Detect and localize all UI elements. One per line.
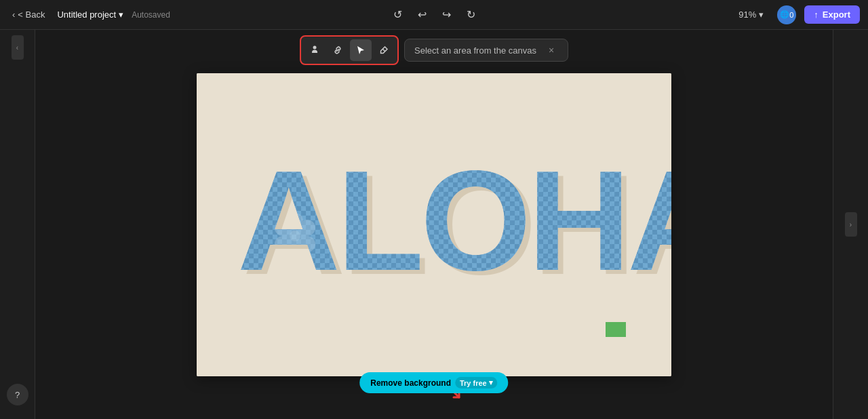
toolbar-close-button[interactable]: × [545,43,558,57]
help-button[interactable]: ? [7,384,28,405]
right-chevron-icon: › [850,221,852,228]
reset-icon[interactable]: ↺ [388,5,407,24]
back-button[interactable]: ‹ < Back [8,7,49,22]
svg-point-27 [373,213,389,229]
svg-point-28 [388,224,399,235]
export-button[interactable]: ↑ Export [804,5,860,24]
svg-point-21 [290,231,300,241]
link-tool-button[interactable] [327,39,349,61]
back-label: < Back [18,9,45,20]
svg-point-20 [275,220,291,236]
try-free-chevron-icon: ▾ [489,378,493,387]
svg-point-26 [373,229,389,245]
topbar-right: 91% ▾ 🌐 0 ↑ Export [733,5,860,24]
left-panel-toggle[interactable]: ‹ [12,35,24,60]
right-panel: › [833,30,868,419]
redo-icon[interactable]: ↪ [437,5,456,24]
try-free-badge: Try free ▾ [455,377,498,388]
svg-point-33 [461,229,477,245]
zoom-level: 91% [738,9,756,20]
instruction-text: Select an area from the canvas [414,45,536,56]
canvas-area[interactable]: ALOHA! ALOHA! ALOHA! [35,30,833,419]
floating-toolbar: Select an area from the canvas × [300,35,568,65]
canvas-svg: ALOHA! ALOHA! ALOHA! [197,73,671,376]
export-icon: ↑ [814,9,818,20]
svg-point-18 [299,236,315,252]
refresh-icon[interactable]: ↻ [461,5,480,24]
project-title[interactable]: Untitled project ▾ [57,9,123,20]
notification-icon: 🌐 [780,10,789,19]
svg-point-24 [397,213,414,229]
right-panel-toggle[interactable]: › [845,212,857,237]
topbar-center-actions: ↺ ↩ ↪ ↻ [388,5,480,24]
svg-point-19 [275,236,291,252]
left-chevron-icon: ‹ [16,44,18,52]
tool-group [300,35,399,65]
topbar: ‹ < Back Untitled project ▾ Autosaved ↺ … [0,0,868,30]
svg-rect-36 [606,322,626,337]
svg-point-0 [313,46,317,49]
try-free-label: Try free [460,379,487,387]
remove-bg-label: Remove background [370,378,451,388]
svg-point-34 [461,213,477,229]
eraser-tool-button[interactable] [373,39,395,61]
back-icon: ‹ [12,9,15,20]
cursor-tool-button[interactable] [350,39,372,61]
select-tool-button[interactable] [304,39,326,61]
svg-point-31 [486,213,502,229]
svg-point-25 [397,229,414,245]
canvas-frame[interactable]: ALOHA! ALOHA! ALOHA! [197,73,671,376]
remove-background-button[interactable]: Remove background Try free ▾ [359,372,508,393]
toolbar-instruction: Select an area from the canvas × [404,39,568,62]
zoom-control[interactable]: 91% ▾ [733,7,769,22]
svg-point-35 [476,224,487,235]
help-icon: ? [15,390,20,400]
left-panel: ‹ ? [0,30,35,419]
project-chevron-icon: ▾ [119,9,123,20]
notification-button[interactable]: 🌐 0 [777,5,796,24]
notification-count: 0 [789,11,793,19]
export-label: Export [823,9,850,20]
autosaved-status: Autosaved [132,10,170,20]
svg-point-32 [486,229,502,245]
zoom-chevron-icon: ▾ [759,9,764,20]
undo-icon[interactable]: ↩ [412,5,431,24]
svg-point-17 [299,220,315,236]
